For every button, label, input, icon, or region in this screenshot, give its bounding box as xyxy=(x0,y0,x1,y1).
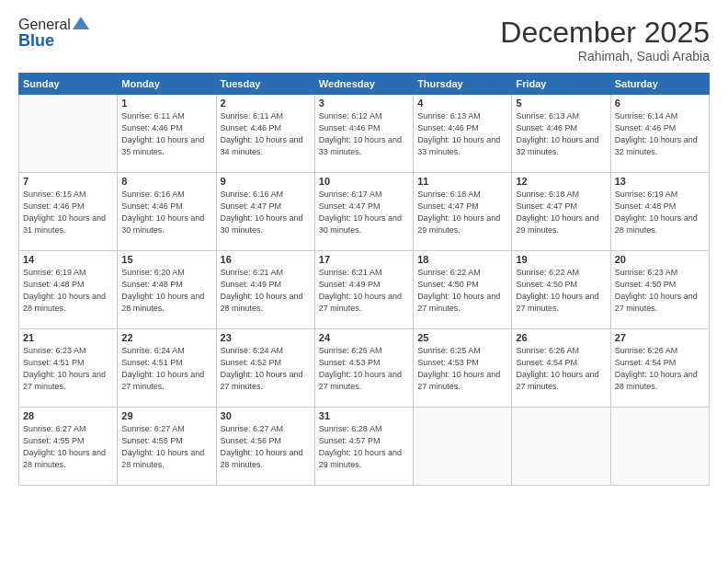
day-number: 7 xyxy=(23,176,113,187)
calendar-header-row: Sunday Monday Tuesday Wednesday Thursday… xyxy=(19,74,710,95)
day-number: 27 xyxy=(615,332,705,343)
table-cell: 12Sunrise: 6:18 AMSunset: 4:47 PMDayligh… xyxy=(512,173,610,251)
day-number: 20 xyxy=(615,254,705,265)
day-number: 4 xyxy=(417,98,507,109)
table-cell: 30Sunrise: 6:27 AMSunset: 4:56 PMDayligh… xyxy=(216,408,314,486)
day-info: Sunrise: 6:22 AMSunset: 4:50 PMDaylight:… xyxy=(417,267,507,315)
day-number: 1 xyxy=(121,98,211,109)
day-info: Sunrise: 6:26 AMSunset: 4:54 PMDaylight:… xyxy=(615,345,705,393)
day-info: Sunrise: 6:12 AMSunset: 4:46 PMDaylight:… xyxy=(319,110,409,158)
col-friday: Friday xyxy=(512,74,610,95)
table-cell: 19Sunrise: 6:22 AMSunset: 4:50 PMDayligh… xyxy=(512,251,610,329)
table-cell: 8Sunrise: 6:16 AMSunset: 4:46 PMDaylight… xyxy=(118,173,216,251)
table-cell: 27Sunrise: 6:26 AMSunset: 4:54 PMDayligh… xyxy=(610,329,709,408)
col-tuesday: Tuesday xyxy=(216,74,314,95)
day-info: Sunrise: 6:27 AMSunset: 4:55 PMDaylight:… xyxy=(121,423,211,471)
svg-marker-0 xyxy=(73,17,89,29)
day-number: 5 xyxy=(516,98,606,109)
day-info: Sunrise: 6:27 AMSunset: 4:55 PMDaylight:… xyxy=(23,423,113,471)
day-info: Sunrise: 6:11 AMSunset: 4:46 PMDaylight:… xyxy=(121,110,211,158)
day-number: 31 xyxy=(319,410,409,421)
day-number: 18 xyxy=(417,254,507,265)
location-title: Rahimah, Saudi Arabia xyxy=(500,49,710,63)
day-info: Sunrise: 6:28 AMSunset: 4:57 PMDaylight:… xyxy=(319,423,409,471)
table-cell: 1Sunrise: 6:11 AMSunset: 4:46 PMDaylight… xyxy=(118,95,216,173)
day-info: Sunrise: 6:11 AMSunset: 4:46 PMDaylight:… xyxy=(221,110,311,158)
table-cell: 29Sunrise: 6:27 AMSunset: 4:55 PMDayligh… xyxy=(118,408,216,486)
day-number: 2 xyxy=(221,98,311,109)
day-info: Sunrise: 6:15 AMSunset: 4:46 PMDaylight:… xyxy=(23,189,113,236)
table-cell: 14Sunrise: 6:19 AMSunset: 4:48 PMDayligh… xyxy=(19,251,118,329)
table-cell: 21Sunrise: 6:23 AMSunset: 4:51 PMDayligh… xyxy=(19,329,118,408)
day-info: Sunrise: 6:25 AMSunset: 4:53 PMDaylight:… xyxy=(417,345,507,393)
table-cell: 3Sunrise: 6:12 AMSunset: 4:46 PMDaylight… xyxy=(314,95,413,173)
day-info: Sunrise: 6:27 AMSunset: 4:56 PMDaylight:… xyxy=(221,423,311,471)
table-cell: 17Sunrise: 6:21 AMSunset: 4:49 PMDayligh… xyxy=(314,251,413,329)
day-number: 25 xyxy=(417,332,507,343)
table-cell xyxy=(512,408,610,486)
header: General Blue December 2025 Rahimah, Saud… xyxy=(18,17,710,63)
table-cell: 13Sunrise: 6:19 AMSunset: 4:48 PMDayligh… xyxy=(610,173,709,251)
day-number: 8 xyxy=(121,176,211,187)
day-info: Sunrise: 6:17 AMSunset: 4:47 PMDaylight:… xyxy=(319,189,409,236)
table-cell: 9Sunrise: 6:16 AMSunset: 4:47 PMDaylight… xyxy=(216,173,314,251)
day-info: Sunrise: 6:21 AMSunset: 4:49 PMDaylight:… xyxy=(221,267,311,315)
calendar-table: Sunday Monday Tuesday Wednesday Thursday… xyxy=(18,73,710,486)
day-number: 21 xyxy=(23,332,113,343)
table-cell: 28Sunrise: 6:27 AMSunset: 4:55 PMDayligh… xyxy=(19,408,118,486)
day-info: Sunrise: 6:25 AMSunset: 4:53 PMDaylight:… xyxy=(319,345,409,393)
day-info: Sunrise: 6:23 AMSunset: 4:50 PMDaylight:… xyxy=(615,267,705,315)
table-cell xyxy=(610,408,709,486)
col-monday: Monday xyxy=(118,74,216,95)
table-cell: 5Sunrise: 6:13 AMSunset: 4:46 PMDaylight… xyxy=(512,95,610,173)
day-number: 10 xyxy=(319,176,409,187)
day-info: Sunrise: 6:13 AMSunset: 4:46 PMDaylight:… xyxy=(516,110,606,158)
table-cell: 15Sunrise: 6:20 AMSunset: 4:48 PMDayligh… xyxy=(118,251,216,329)
table-cell: 4Sunrise: 6:13 AMSunset: 4:46 PMDaylight… xyxy=(414,95,512,173)
day-info: Sunrise: 6:21 AMSunset: 4:49 PMDaylight:… xyxy=(319,267,409,315)
day-number: 29 xyxy=(121,410,211,421)
day-number: 16 xyxy=(221,254,311,265)
day-number: 9 xyxy=(221,176,311,187)
table-cell: 2Sunrise: 6:11 AMSunset: 4:46 PMDaylight… xyxy=(216,95,314,173)
day-number: 6 xyxy=(615,98,705,109)
month-title: December 2025 xyxy=(500,17,710,49)
day-info: Sunrise: 6:19 AMSunset: 4:48 PMDaylight:… xyxy=(615,189,705,236)
table-cell: 6Sunrise: 6:14 AMSunset: 4:46 PMDaylight… xyxy=(610,95,709,173)
col-thursday: Thursday xyxy=(414,74,512,95)
day-info: Sunrise: 6:16 AMSunset: 4:47 PMDaylight:… xyxy=(221,189,311,236)
day-info: Sunrise: 6:20 AMSunset: 4:48 PMDaylight:… xyxy=(121,267,211,315)
table-cell: 11Sunrise: 6:18 AMSunset: 4:47 PMDayligh… xyxy=(414,173,512,251)
table-cell: 25Sunrise: 6:25 AMSunset: 4:53 PMDayligh… xyxy=(414,329,512,408)
day-number: 14 xyxy=(23,254,113,265)
day-number: 15 xyxy=(121,254,211,265)
table-cell: 23Sunrise: 6:24 AMSunset: 4:52 PMDayligh… xyxy=(216,329,314,408)
table-cell: 7Sunrise: 6:15 AMSunset: 4:46 PMDaylight… xyxy=(19,173,118,251)
day-info: Sunrise: 6:18 AMSunset: 4:47 PMDaylight:… xyxy=(417,189,507,236)
col-wednesday: Wednesday xyxy=(314,74,413,95)
day-info: Sunrise: 6:26 AMSunset: 4:54 PMDaylight:… xyxy=(516,345,606,393)
title-section: December 2025 Rahimah, Saudi Arabia xyxy=(500,17,710,63)
table-cell: 20Sunrise: 6:23 AMSunset: 4:50 PMDayligh… xyxy=(610,251,709,329)
day-number: 26 xyxy=(516,332,606,343)
table-cell: 16Sunrise: 6:21 AMSunset: 4:49 PMDayligh… xyxy=(216,251,314,329)
day-info: Sunrise: 6:13 AMSunset: 4:46 PMDaylight:… xyxy=(417,110,507,158)
logo: General Blue xyxy=(18,17,89,51)
day-number: 11 xyxy=(417,176,507,187)
table-cell: 22Sunrise: 6:24 AMSunset: 4:51 PMDayligh… xyxy=(118,329,216,408)
day-info: Sunrise: 6:22 AMSunset: 4:50 PMDaylight:… xyxy=(516,267,606,315)
day-info: Sunrise: 6:23 AMSunset: 4:51 PMDaylight:… xyxy=(23,345,113,393)
day-info: Sunrise: 6:24 AMSunset: 4:51 PMDaylight:… xyxy=(121,345,211,393)
day-number: 12 xyxy=(516,176,606,187)
logo-icon xyxy=(73,17,89,31)
day-number: 13 xyxy=(615,176,705,187)
logo-blue-text: Blue xyxy=(18,31,54,51)
table-cell: 26Sunrise: 6:26 AMSunset: 4:54 PMDayligh… xyxy=(512,329,610,408)
table-cell: 10Sunrise: 6:17 AMSunset: 4:47 PMDayligh… xyxy=(314,173,413,251)
table-cell: 31Sunrise: 6:28 AMSunset: 4:57 PMDayligh… xyxy=(314,408,413,486)
day-number: 3 xyxy=(319,98,409,109)
day-number: 28 xyxy=(23,410,113,421)
day-number: 30 xyxy=(221,410,311,421)
day-number: 24 xyxy=(319,332,409,343)
day-number: 17 xyxy=(319,254,409,265)
